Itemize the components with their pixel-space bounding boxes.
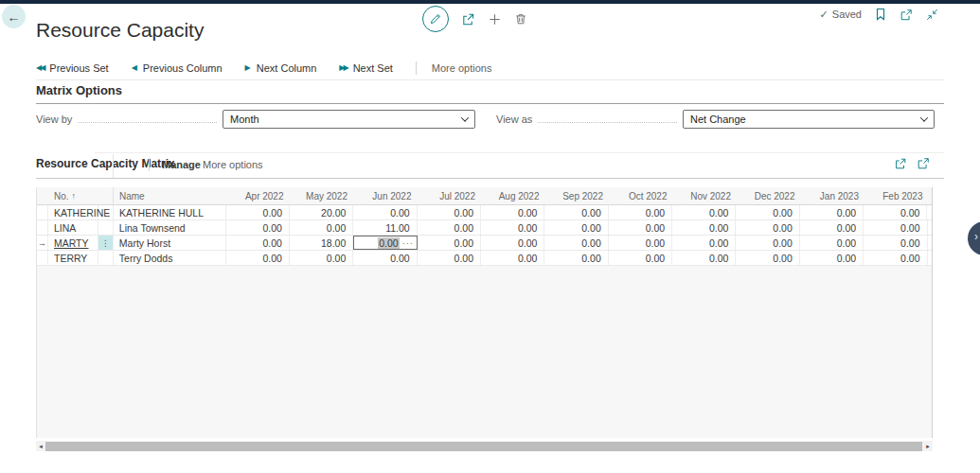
matrix-share-button[interactable]	[894, 157, 907, 170]
row-name-cell[interactable]: Lina Townsend	[114, 220, 226, 235]
column-header-apr-2022[interactable]: Apr 2022	[226, 187, 291, 204]
matrix-more-options-button[interactable]: More options	[203, 159, 263, 170]
share-button[interactable]	[461, 12, 475, 26]
capacity-value-cell[interactable]: 0.00	[672, 236, 736, 250]
capacity-value-cell[interactable]: 0.00	[226, 251, 290, 265]
capacity-value-cell[interactable]: 0.00	[544, 205, 608, 219]
scroll-left-arrow[interactable]: ◂	[36, 441, 45, 451]
row-name-cell[interactable]: Marty Horst	[114, 236, 226, 250]
row-no-cell[interactable]: MARTY	[48, 236, 98, 250]
capacity-value-cell[interactable]: 0.00	[736, 205, 799, 219]
manage-menu-button[interactable]: Manage	[162, 159, 201, 170]
matrix-open-in-new-button[interactable]	[917, 157, 930, 170]
column-header-jun-2022[interactable]: Jun 2022	[354, 187, 419, 204]
capacity-value-cell[interactable]: 0.00	[418, 205, 481, 219]
capacity-value-cell[interactable]: 0.00	[864, 236, 927, 250]
view-by-select[interactable]: Month	[223, 110, 475, 129]
resource-capacity-page: ←	[0, 0, 980, 473]
capacity-value-cell[interactable]: 0.00	[544, 236, 608, 250]
column-header-jan-2023[interactable]: Jan 2023	[802, 187, 866, 204]
editing-value-cell[interactable]: 0.00···	[353, 236, 417, 250]
capacity-value-cell[interactable]: 0.00	[672, 220, 736, 235]
capacity-value-cell[interactable]: 0.00	[800, 220, 864, 235]
previous-column-button[interactable]: ◀ Previous Column	[132, 62, 223, 74]
row-menu-button[interactable]	[98, 220, 114, 235]
capacity-value-cell[interactable]: 0.00	[226, 236, 290, 250]
column-header-nov-2022[interactable]: Nov 2022	[674, 187, 739, 204]
column-header-feb-2023[interactable]: Feb 2023	[865, 187, 930, 204]
collapse-button[interactable]	[926, 9, 938, 21]
scrollbar-thumb[interactable]	[45, 442, 922, 451]
capacity-value-cell[interactable]: 0.00	[800, 236, 864, 250]
column-header-oct-2022[interactable]: Oct 2022	[610, 187, 674, 204]
capacity-value-cell[interactable]: 0.00	[353, 251, 417, 265]
capacity-value-cell[interactable]: 0.00	[481, 220, 544, 235]
row-menu-button[interactable]	[98, 251, 114, 265]
capacity-value-cell[interactable]: 0.00	[672, 251, 736, 265]
column-header-aug-2022[interactable]: Aug 2022	[482, 187, 546, 204]
capacity-value-cell[interactable]: 0.00	[800, 251, 864, 265]
row-name-cell[interactable]: Terry Dodds	[114, 251, 226, 265]
capacity-value-cell[interactable]: 0.00	[864, 205, 927, 219]
capacity-value-cell[interactable]: 0.00	[418, 251, 481, 265]
assist-edit-ellipsis-icon[interactable]: ···	[402, 238, 414, 248]
next-column-button[interactable]: ▶ Next Column	[245, 62, 317, 74]
row-no-cell[interactable]: KATHERINE	[48, 205, 98, 219]
capacity-value-cell[interactable]: 0.00	[736, 220, 799, 235]
capacity-value-cell[interactable]: 0.00	[800, 205, 864, 219]
new-button[interactable]	[488, 12, 502, 26]
capacity-value-cell[interactable]: 0.00	[481, 251, 544, 265]
capacity-value-cell[interactable]: 0.00	[609, 251, 672, 265]
horizontal-scrollbar[interactable]: ◂ ▸	[36, 441, 933, 451]
edit-button[interactable]	[422, 6, 449, 32]
back-button[interactable]: ←	[2, 5, 26, 28]
scroll-right-arrow[interactable]: ▸	[923, 441, 933, 451]
capacity-value-cell[interactable]: 0.00	[290, 251, 353, 265]
capacity-value-cell[interactable]: 0.00	[418, 220, 481, 235]
column-header-name[interactable]: Name	[114, 187, 226, 204]
chevron-right-icon: ›	[974, 230, 978, 243]
capacity-value-cell[interactable]: 0.00	[290, 220, 353, 235]
row-menu-button[interactable]	[98, 205, 114, 219]
row-menu-button[interactable]: ⋮	[98, 236, 114, 250]
capacity-value-cell[interactable]: 0.00	[226, 220, 290, 235]
capacity-value-cell[interactable]: 0.00	[736, 236, 799, 250]
page-more-options-button[interactable]: More options	[432, 62, 492, 74]
capacity-value-cell[interactable]: 0.00	[609, 205, 672, 219]
capacity-value-cell[interactable]: 0.00	[609, 220, 672, 235]
open-in-new-window-button[interactable]	[900, 9, 913, 21]
capacity-value-cell[interactable]: 0.00	[544, 251, 608, 265]
row-name-cell[interactable]: KATHERINE HULL	[114, 205, 226, 219]
capacity-value-cell[interactable]: 0.00	[672, 205, 736, 219]
capacity-value-cell[interactable]: 0.00	[481, 236, 544, 250]
capacity-value-cell[interactable]: 0.00	[418, 236, 481, 250]
column-header-may-2022[interactable]: May 2022	[291, 187, 355, 204]
next-set-button[interactable]: ▶▶ Next Set	[339, 62, 393, 74]
column-header-jul-2022[interactable]: Jul 2022	[419, 187, 483, 204]
editing-value: 0.00	[378, 237, 399, 249]
previous-set-icon: ◀◀	[36, 64, 44, 72]
edge-floating-button[interactable]: ›	[968, 221, 980, 255]
capacity-value-cell[interactable]: 18.00	[290, 236, 353, 250]
capacity-value-cell[interactable]: 11.00	[353, 220, 417, 235]
row-no-cell[interactable]: LINA	[48, 220, 98, 235]
capacity-value-cell[interactable]: 0.00	[226, 205, 290, 219]
capacity-value-cell[interactable]: 20.00	[290, 205, 353, 219]
view-as-select[interactable]: Net Change	[683, 110, 935, 129]
column-header-no[interactable]: No.↑	[48, 187, 98, 204]
bookmark-button[interactable]	[875, 8, 886, 21]
delete-button[interactable]	[514, 12, 527, 26]
capacity-value-cell[interactable]: 0.00	[864, 220, 927, 235]
capacity-value-cell[interactable]: 0.00	[353, 205, 417, 219]
view-by-field: View by Month	[36, 110, 475, 129]
capacity-value-cell[interactable]: 0.00	[544, 220, 608, 235]
previous-set-button[interactable]: ◀◀ Previous Set	[36, 62, 109, 74]
matrix-options-heading: Matrix Options	[36, 83, 122, 97]
capacity-value-cell[interactable]: 0.00	[481, 205, 544, 219]
column-header-dec-2022[interactable]: Dec 2022	[738, 187, 802, 204]
capacity-value-cell[interactable]: 0.00	[609, 236, 672, 250]
capacity-value-cell[interactable]: 0.00	[864, 251, 927, 265]
capacity-value-cell[interactable]: 0.00	[736, 251, 799, 265]
row-no-cell[interactable]: TERRY	[48, 251, 98, 265]
column-header-sep-2022[interactable]: Sep 2022	[546, 187, 611, 204]
